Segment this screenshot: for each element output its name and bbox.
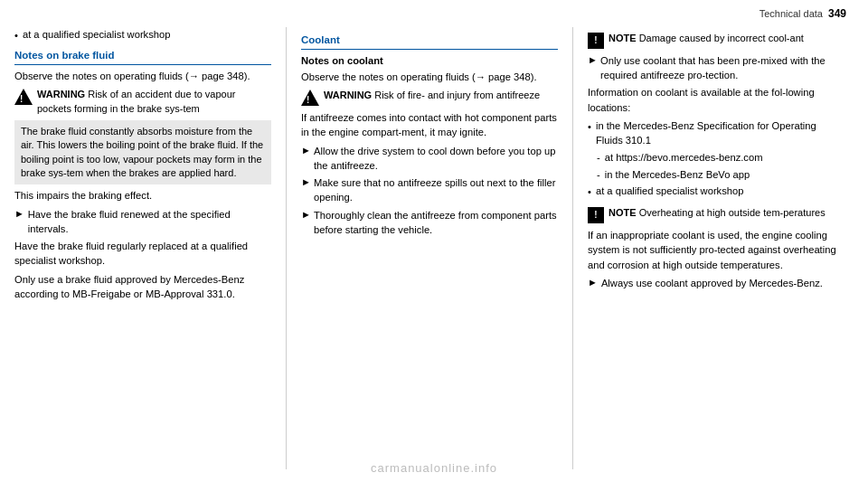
content-area: • at a qualified specialist workshop Not… xyxy=(0,24,868,473)
bullet-text: at a qualified specialist workshop xyxy=(23,27,171,43)
warning-text-1: WARNING Risk of an accident due to vapou… xyxy=(37,88,271,116)
info-p1: Information on coolant is available at t… xyxy=(588,85,844,114)
bullet-dot-workshop: • xyxy=(588,184,591,199)
arrow-icon-c3: ► xyxy=(301,208,310,222)
column-3: ! NOTE Damage caused by incorrect cool-a… xyxy=(579,27,854,469)
page: Technical data 349 • at a qualified spec… xyxy=(0,0,868,482)
brake-fluid-p1: Observe the notes on operating fluids (→… xyxy=(14,69,271,83)
coolant-p1: If antifreeze comes into contact with ho… xyxy=(301,110,558,139)
arrow-text-n1: Only use coolant that has been pre-mixed… xyxy=(600,53,844,82)
arrow-icon-n1: ► xyxy=(588,53,597,68)
arrow-item-1: ► Have the brake fluid renewed at the sp… xyxy=(14,207,271,236)
warning-triangle-icon xyxy=(14,89,33,105)
arrow-coolant-2: ► Make sure that no antifreeze spills ou… xyxy=(301,175,558,204)
note-icon-1: ! xyxy=(588,33,604,49)
bullet-dot: • xyxy=(14,28,18,43)
warning-label-coolant: WARNING xyxy=(324,90,372,100)
warning-text-coolant: WARNING Risk of fire- and injury from an… xyxy=(324,89,540,102)
note2-p1: If an inappropriate coolant is used, the… xyxy=(588,228,844,272)
bullet-workshop-text: at a qualified specialist workshop xyxy=(596,184,744,199)
impairs-text: This impairs the braking effect. xyxy=(14,188,271,203)
warning-triangle-icon-2 xyxy=(301,90,319,106)
section-brake-fluid-title: Notes on brake fluid xyxy=(14,48,271,65)
note-text-1: NOTE Damage caused by incorrect cool-ant xyxy=(609,32,804,45)
notes-p1: Observe the notes on operating fluids (→… xyxy=(301,70,558,84)
warning-box-coolant: WARNING Risk of fire- and injury from an… xyxy=(301,89,558,106)
warning-label-1: WARNING xyxy=(37,89,85,99)
note-label-1: NOTE xyxy=(609,33,637,43)
divider-2 xyxy=(572,27,573,469)
arrow-icon-n2: ► xyxy=(588,276,598,290)
page-header: Technical data 349 xyxy=(0,0,868,24)
arrow-coolant-3: ► Thoroughly clean the antifreeze from c… xyxy=(301,208,558,237)
arrow-icon-c2: ► xyxy=(301,175,310,190)
dash-1: - xyxy=(597,150,600,165)
bullet-dot-spec: • xyxy=(588,119,591,147)
arrow-coolant-1: ► Allow the drive system to cool down be… xyxy=(301,144,558,173)
dash-2: - xyxy=(597,167,600,182)
column-2: Coolant Notes on coolant Observe the not… xyxy=(292,27,567,469)
warning-box-1: WARNING Risk of an accident due to vapou… xyxy=(14,88,271,116)
header-label: Technical data xyxy=(760,8,823,19)
arrow-text-c1: Allow the drive system to cool down befo… xyxy=(314,144,558,173)
footer-p2: Only use a brake fluid approved by Merce… xyxy=(14,272,271,301)
arrow-text-n2: Always use coolant approved by Mercedes-… xyxy=(601,276,823,290)
bullet-spec-text: in the Mercedes-Benz Specification for O… xyxy=(596,118,844,147)
note-box-1: ! NOTE Damage caused by incorrect cool-a… xyxy=(588,32,844,49)
notes-title: Notes on coolant xyxy=(301,53,558,68)
arrow-icon-c1: ► xyxy=(301,144,310,158)
bullet-workshop: • at a qualified specialist workshop xyxy=(588,184,844,199)
bullet-qualified-workshop: • at a qualified specialist workshop xyxy=(14,27,271,43)
section-coolant-title: Coolant xyxy=(301,33,558,50)
note-label-2: NOTE xyxy=(609,207,637,218)
divider-1 xyxy=(286,27,287,469)
arrow-note2-1: ► Always use coolant approved by Mercede… xyxy=(588,276,844,290)
arrow-text-1: Have the brake fluid renewed at the spec… xyxy=(28,207,271,236)
footer-p1: Have the brake fluid regularly replaced … xyxy=(14,239,271,268)
warning-content-coolant: Risk of fire- and injury from antifreeze xyxy=(374,90,540,100)
sub-bullet-app: - in the Mercedes-Benz BeVo app xyxy=(597,167,844,182)
page-number: 349 xyxy=(828,7,846,20)
note-text-2: NOTE Overheating at high outside tem-per… xyxy=(609,206,826,220)
note-content-1: Damage caused by incorrect cool-ant xyxy=(639,33,804,43)
arrow-text-c3: Thoroughly clean the antifreeze from com… xyxy=(314,208,558,237)
arrow-text-c2: Make sure that no antifreeze spills out … xyxy=(314,175,558,204)
note-box-2: ! NOTE Overheating at high outside tem-p… xyxy=(588,206,844,223)
sub-bullet-url-text: at https://bevo.mercedes-benz.com xyxy=(605,150,763,165)
gray-box-text: The brake fluid constantly absorbs moist… xyxy=(21,126,263,178)
bullet-spec: • in the Mercedes-Benz Specification for… xyxy=(588,118,844,147)
note-content-2: Overheating at high outside tem-perature… xyxy=(639,207,826,218)
arrow-note1-1: ► Only use coolant that has been pre-mix… xyxy=(588,53,844,82)
arrow-icon-1: ► xyxy=(14,207,24,222)
sub-bullet-url: - at https://bevo.mercedes-benz.com xyxy=(597,150,844,165)
watermark: carmanualonline.info xyxy=(371,461,497,475)
note-icon-2: ! xyxy=(588,207,604,223)
sub-bullet-app-text: in the Mercedes-Benz BeVo app xyxy=(605,167,750,182)
column-1: • at a qualified specialist workshop Not… xyxy=(14,27,280,469)
gray-info-box: The brake fluid constantly absorbs moist… xyxy=(14,120,271,185)
